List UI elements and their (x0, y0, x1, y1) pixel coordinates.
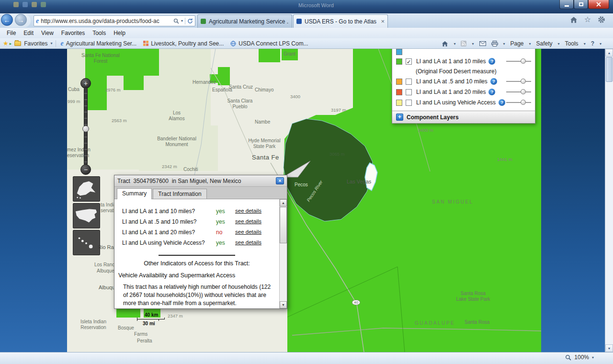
page-menu[interactable]: Page (511, 40, 524, 47)
tab-agricultural-marketing-service[interactable]: Agricultural Marketing Service ... (197, 14, 292, 28)
address-bar[interactable]: e http://www.ers.usda.gov/data-products/… (34, 15, 195, 26)
print-dropdown-icon[interactable]: ▾ (503, 42, 505, 46)
layer-help-icon[interactable]: ? (488, 58, 495, 65)
see-details-link[interactable]: see details (235, 229, 261, 235)
slider-handle[interactable] (521, 79, 526, 84)
indicator-answer: yes (216, 239, 225, 246)
tab-usda-ers-atlas[interactable]: USDA ERS - Go to the Atlas × (293, 14, 388, 28)
layer-opacity-slider[interactable] (506, 78, 531, 85)
help-dropdown-icon[interactable]: ▾ (600, 42, 602, 46)
favorite-item-usda-connect[interactable]: USDA Connect LPS Com... (228, 40, 310, 47)
scrollbar-thumb[interactable] (606, 57, 613, 82)
menu-tools[interactable]: Tools (89, 29, 110, 37)
address-dropdown-icon[interactable]: ▾ (181, 19, 183, 23)
page-dropdown-icon[interactable]: ▾ (529, 42, 531, 46)
zoom-handle[interactable] (82, 125, 89, 132)
favorites-dropdown-icon[interactable]: ▾ (51, 41, 53, 46)
slider-handle[interactable] (521, 58, 526, 64)
mail-icon[interactable] (479, 41, 486, 46)
layer-help-icon[interactable]: ? (499, 99, 505, 106)
component-layers-header[interactable]: + Component Layers (392, 111, 535, 123)
tools-dropdown-icon[interactable]: ▾ (584, 42, 586, 46)
tab-tract-information[interactable]: Tract Information (153, 189, 206, 199)
expand-plus-icon[interactable]: + (396, 114, 403, 121)
elevation-label: 2342 m (162, 164, 177, 169)
indicator-row: LI and LA at 1 and 10 miles? yes see det… (114, 206, 279, 216)
tools-menu[interactable]: Tools (565, 40, 579, 47)
layer-label: LI and LA using Vehicle Access (416, 99, 496, 106)
slider-handle[interactable] (521, 100, 526, 105)
layer-checkbox[interactable] (406, 89, 412, 95)
map-layers-panel: ✓ LI and LA at 1 and 10 miles ? (Origina… (392, 49, 535, 124)
usa-view-button[interactable] (73, 203, 100, 228)
layer-checkbox[interactable] (406, 100, 412, 106)
slider-track (506, 91, 531, 92)
tab-close-icon[interactable]: × (381, 19, 385, 24)
search-icon[interactable] (173, 18, 179, 24)
page-scrollbar[interactable]: ▲ ▼ (605, 49, 613, 352)
layer-opacity-slider[interactable] (506, 89, 531, 95)
scroll-down-button[interactable]: ▼ (605, 344, 613, 352)
help-icon[interactable]: ? (591, 40, 594, 47)
safety-menu[interactable]: Safety (536, 40, 553, 47)
scroll-up-button[interactable]: ▲ (605, 49, 613, 57)
see-details-link[interactable]: see details (235, 208, 261, 214)
popup-scrollbar[interactable]: ▲ ▼ (279, 199, 287, 308)
slider-track (506, 102, 531, 103)
layer-opacity-slider[interactable] (506, 58, 531, 65)
layer-opacity-slider[interactable] (506, 99, 531, 106)
see-details-link[interactable]: see details (235, 218, 261, 224)
map[interactable]: Santa Fe National Forest Grant Cuba 2976… (67, 49, 541, 352)
menu-view[interactable]: View (37, 29, 57, 37)
back-button[interactable]: ← (1, 14, 13, 26)
safety-dropdown-icon[interactable]: ▾ (558, 42, 560, 46)
home-icon[interactable] (442, 41, 448, 47)
zoom-dropdown-icon[interactable]: ▾ (592, 355, 594, 360)
forward-button[interactable]: → (15, 14, 27, 26)
scroll-up-button[interactable]: ▲ (280, 199, 287, 206)
alaska-icon (73, 177, 100, 201)
zoom-slider: + − (80, 78, 91, 175)
slider-handle[interactable] (521, 89, 526, 94)
food-desert-tract[interactable] (259, 49, 280, 62)
favorites-star-icon[interactable]: ☆ (584, 16, 591, 23)
refresh-icon[interactable] (187, 18, 193, 24)
settings-gear-icon[interactable] (598, 16, 605, 23)
scroll-down-button[interactable]: ▼ (280, 301, 287, 308)
add-favorite-icon[interactable]: ★ (3, 40, 9, 46)
layer-swatch (396, 100, 402, 106)
layer-checkbox[interactable] (406, 79, 412, 85)
menu-edit[interactable]: Edit (20, 29, 37, 37)
print-icon[interactable] (491, 41, 498, 46)
home-dropdown-icon[interactable]: ▾ (454, 42, 455, 46)
zoom-out-button[interactable]: − (80, 164, 91, 175)
scrollbar-thumb[interactable] (280, 207, 287, 243)
other-indicators-heading: Other Indicators of Access for this Trac… (114, 260, 279, 267)
rss-dropdown-icon[interactable]: ▾ (472, 42, 474, 46)
layer-help-icon[interactable]: ? (490, 78, 497, 85)
url-text[interactable]: http://www.ers.usda.gov/data-products/fo… (41, 18, 171, 24)
close-window-button[interactable] (588, 0, 609, 9)
layer-checkbox[interactable]: ✓ (406, 58, 412, 65)
menu-file[interactable]: File (3, 29, 20, 37)
rss-feed-icon[interactable] (461, 41, 466, 46)
alaska-view-button[interactable] (73, 176, 100, 202)
favorite-item-ams[interactable]: e Agricultural Marketing Ser... (59, 40, 139, 47)
menu-favorites[interactable]: Favorites (57, 29, 89, 37)
favorites-label[interactable]: Favorites (24, 40, 47, 47)
hawaii-view-button[interactable] (73, 230, 100, 255)
page-zoom-control[interactable]: 100% ▾ (565, 354, 594, 361)
favorite-item-livestock[interactable]: Livestock, Poultry and See... (141, 40, 226, 47)
layer-row: LI and LA at .5 and 10 miles ? (392, 76, 535, 87)
home-icon[interactable] (570, 16, 578, 23)
menu-help[interactable]: Help (110, 29, 129, 37)
see-details-link[interactable]: see details (235, 239, 261, 245)
popup-close-button[interactable]: × (276, 177, 284, 184)
tab-summary[interactable]: Summary (117, 188, 152, 199)
layer-swatch (396, 79, 402, 85)
layer-help-icon[interactable]: ? (488, 89, 495, 95)
map-label: Nambe (255, 119, 270, 125)
minimize-button[interactable] (559, 0, 574, 9)
maximize-button[interactable] (574, 0, 588, 9)
food-desert-tract[interactable] (124, 76, 144, 90)
